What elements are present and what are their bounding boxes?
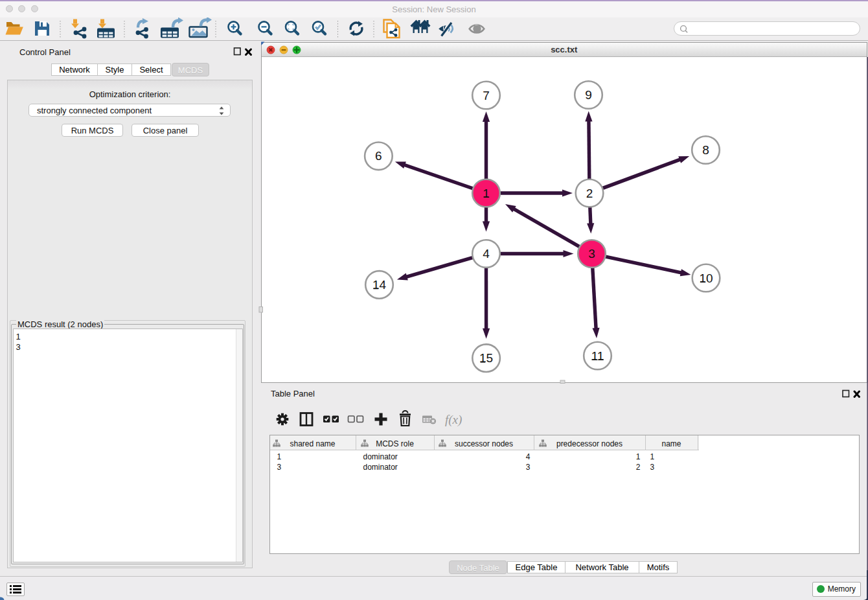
- svg-text:6: 6: [375, 149, 382, 163]
- svg-text:14: 14: [372, 278, 387, 292]
- svg-text:10: 10: [699, 271, 713, 285]
- svg-text:11: 11: [591, 349, 604, 363]
- svg-text:3: 3: [588, 247, 595, 260]
- svg-text:8: 8: [702, 143, 709, 157]
- svg-text:7: 7: [483, 89, 490, 102]
- svg-text:4: 4: [483, 247, 490, 260]
- svg-text:1: 1: [483, 187, 490, 200]
- svg-text:f(x): f(x): [445, 413, 462, 427]
- svg-text:15: 15: [479, 351, 493, 365]
- svg-text:9: 9: [585, 88, 592, 102]
- svg-text:2: 2: [586, 187, 593, 200]
